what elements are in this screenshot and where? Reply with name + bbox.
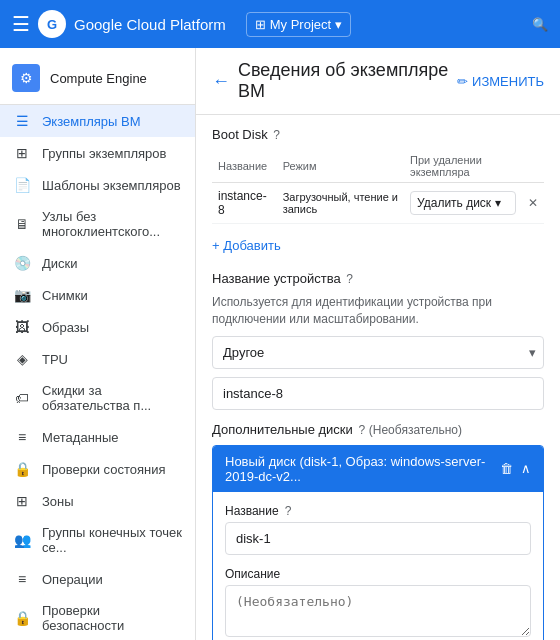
- layout: ⚙ Compute Engine ☰ Экземпляры ВМ ⊞ Групп…: [0, 48, 560, 640]
- disk-desc-group: Описание: [225, 567, 531, 640]
- search-button[interactable]: 🔍: [532, 17, 548, 32]
- sidebar-item-instances[interactable]: ☰ Экземпляры ВМ: [0, 105, 195, 137]
- metadata-icon: ≡: [12, 429, 32, 445]
- instance-groups-icon: ⊞: [12, 145, 32, 161]
- sidebar-item-metadata[interactable]: ≡ Метаданные: [0, 421, 195, 453]
- boot-disk-section: Boot Disk ? Название Режим При удалении …: [212, 127, 544, 259]
- disk-item-body: Название ? Описание: [213, 492, 543, 640]
- sidebar-item-label: Проверки безопасности: [42, 603, 183, 633]
- disks-icon: 💿: [12, 255, 32, 271]
- sidebar-item-sole-tenant[interactable]: 🖥 Узлы без многоклиентского...: [0, 201, 195, 247]
- page-header: ← Сведения об экземпляре ВМ ✏ ИЗМЕНИТЬ: [196, 48, 560, 115]
- boot-disk-table: Название Режим При удалении экземпляра i…: [212, 150, 544, 224]
- additional-disks-section: Дополнительные диски ? (Необязательно) Н…: [212, 422, 544, 640]
- disk-desc-label: Описание: [225, 567, 531, 581]
- col-name: Название: [212, 150, 277, 183]
- device-name-desc: Используется для идентификации устройств…: [212, 294, 544, 328]
- topbar: ☰ G Google Cloud Platform ⊞ My Project ▾…: [0, 0, 560, 48]
- sidebar-item-label: Скидки за обязательства п...: [42, 383, 183, 413]
- back-button[interactable]: ←: [212, 71, 230, 92]
- instance-name-cell: instance-8: [212, 183, 277, 224]
- sidebar-item-disks[interactable]: 💿 Диски: [0, 247, 195, 279]
- disk-item-actions: 🗑 ∧: [500, 461, 531, 476]
- instance-mode-cell: Загрузочный, чтение и запись: [277, 183, 404, 224]
- disk-name-label: Название ?: [225, 504, 531, 518]
- device-type-select[interactable]: Другое: [212, 336, 544, 369]
- content-area: Boot Disk ? Название Режим При удалении …: [196, 115, 560, 640]
- sidebar-item-zones[interactable]: ⊞ Зоны: [0, 485, 195, 517]
- boot-disk-title: Boot Disk ?: [212, 127, 544, 142]
- sidebar-title: Compute Engine: [50, 71, 147, 86]
- page-header-left: ← Сведения об экземпляре ВМ: [212, 60, 457, 102]
- disk-name-help-icon[interactable]: ?: [285, 504, 292, 518]
- topbar-logo: G Google Cloud Platform: [38, 10, 226, 38]
- security-icon: 🔒: [12, 610, 32, 626]
- delete-option-cell: Удалить диск ▾: [404, 183, 522, 224]
- google-logo: G: [38, 10, 66, 38]
- sidebar-item-label: Группы конечных точек се...: [42, 525, 183, 555]
- sidebar-item-label: Проверки состояния: [42, 462, 166, 477]
- zones-icon: ⊞: [12, 493, 32, 509]
- device-name-help-icon[interactable]: ?: [346, 272, 353, 286]
- sidebar-item-label: Образы: [42, 320, 89, 335]
- device-name-input[interactable]: [212, 377, 544, 410]
- sidebar-item-label: Шаблоны экземпляров: [42, 178, 181, 193]
- delete-select[interactable]: Удалить диск ▾: [410, 191, 516, 215]
- disk-item-header: Новый диск (disk-1, Образ: windows-serve…: [213, 446, 543, 492]
- images-icon: 🖼: [12, 319, 32, 335]
- boot-disk-help-icon[interactable]: ?: [273, 128, 280, 142]
- disk-desc-input[interactable]: [225, 585, 531, 637]
- project-name: My Project: [270, 17, 331, 32]
- snapshots-icon: 📷: [12, 287, 32, 303]
- sidebar-item-security[interactable]: 🔒 Проверки безопасности: [0, 595, 195, 640]
- project-selector[interactable]: ⊞ My Project ▾: [246, 12, 351, 37]
- topbar-title: Google Cloud Platform: [74, 16, 226, 33]
- sidebar-item-snapshots[interactable]: 📷 Снимки: [0, 279, 195, 311]
- sidebar-item-label: Операции: [42, 572, 103, 587]
- sidebar: ⚙ Compute Engine ☰ Экземпляры ВМ ⊞ Групп…: [0, 48, 196, 640]
- sidebar-item-label: Группы экземпляров: [42, 146, 166, 161]
- additional-disks-title: Дополнительные диски ? (Необязательно): [212, 422, 544, 437]
- device-type-wrapper: Другое ▾: [212, 336, 544, 369]
- sidebar-item-label: Узлы без многоклиентского...: [42, 209, 183, 239]
- disk-name-group: Название ?: [225, 504, 531, 555]
- sidebar-item-label: Зоны: [42, 494, 74, 509]
- disk-name-input[interactable]: [225, 522, 531, 555]
- page-title: Сведения об экземпляре ВМ: [238, 60, 457, 102]
- main-content: ← Сведения об экземпляре ВМ ✏ ИЗМЕНИТЬ B…: [196, 48, 560, 640]
- endpoint-groups-icon: 👥: [12, 532, 32, 548]
- sidebar-item-images[interactable]: 🖼 Образы: [0, 311, 195, 343]
- sidebar-item-tpu[interactable]: ◈ TPU: [0, 343, 195, 375]
- close-icon[interactable]: ✕: [528, 196, 538, 210]
- instance-templates-icon: 📄: [12, 177, 32, 193]
- sidebar-item-label: Экземпляры ВМ: [42, 114, 141, 129]
- health-checks-icon: 🔒: [12, 461, 32, 477]
- col-mode: Режим: [277, 150, 404, 183]
- sidebar-item-instance-templates[interactable]: 📄 Шаблоны экземпляров: [0, 169, 195, 201]
- compute-engine-icon: ⚙: [12, 64, 40, 92]
- col-delete: При удалении экземпляра: [404, 150, 522, 183]
- sidebar-item-commitments[interactable]: 🏷 Скидки за обязательства п...: [0, 375, 195, 421]
- sidebar-item-health-checks[interactable]: 🔒 Проверки состояния: [0, 453, 195, 485]
- sidebar-item-endpoint-groups[interactable]: 👥 Группы конечных точек се...: [0, 517, 195, 563]
- tpu-icon: ◈: [12, 351, 32, 367]
- sidebar-header: ⚙ Compute Engine: [0, 48, 195, 105]
- project-network-icon: ⊞: [255, 17, 266, 32]
- sidebar-item-instance-groups[interactable]: ⊞ Группы экземпляров: [0, 137, 195, 169]
- add-disk-button[interactable]: + Добавить: [212, 232, 544, 259]
- sidebar-item-label: Диски: [42, 256, 78, 271]
- delete-disk-icon[interactable]: 🗑: [500, 461, 513, 476]
- sidebar-item-label: Снимки: [42, 288, 88, 303]
- operations-icon: ≡: [12, 571, 32, 587]
- edit-button[interactable]: ✏ ИЗМЕНИТЬ: [457, 74, 544, 89]
- edit-icon: ✏: [457, 74, 468, 89]
- delete-arrow-icon: ▾: [495, 196, 501, 210]
- sidebar-item-label: Метаданные: [42, 430, 119, 445]
- sidebar-item-operations[interactable]: ≡ Операции: [0, 563, 195, 595]
- additional-disks-help-icon[interactable]: ?: [358, 423, 365, 437]
- expand-disk-icon[interactable]: ∧: [521, 461, 531, 476]
- disk-item: Новый диск (disk-1, Образ: windows-serve…: [212, 445, 544, 640]
- edit-label: ИЗМЕНИТЬ: [472, 74, 544, 89]
- menu-icon[interactable]: ☰: [12, 12, 30, 36]
- commitments-icon: 🏷: [12, 390, 32, 406]
